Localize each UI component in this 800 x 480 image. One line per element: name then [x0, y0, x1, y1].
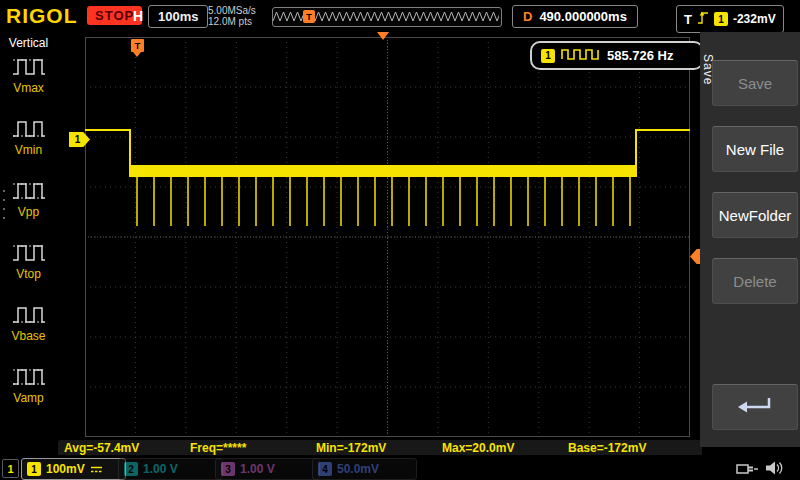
ch1-mini-indicator: 1	[2, 459, 19, 478]
left-measure-menu: Vertical Vmax Vmin Vpp Vtop Vbase	[0, 32, 57, 455]
measure-item-vmax[interactable]: Vmax	[11, 54, 47, 95]
counter-source-badge: 1	[541, 49, 555, 63]
trigger-level-value: -232mV	[733, 12, 776, 26]
measure-item-vmin[interactable]: Vmin	[11, 116, 47, 157]
back-button[interactable]	[712, 384, 798, 430]
measure-item-vamp[interactable]: Vamp	[11, 364, 47, 405]
measure-item-label: Vbase	[11, 329, 45, 343]
measure-item-label: Vamp	[13, 391, 43, 405]
channel-1-scale: 100mV	[46, 462, 85, 476]
channel-3-badge: 3	[221, 462, 235, 476]
ch1-ground-marker[interactable]: 1	[69, 132, 90, 147]
channel-status-bar: 1 1 100mV 2 1.00 V 3 1.00 V 4 50.0mV	[0, 455, 800, 480]
delay-label: D	[523, 9, 532, 24]
trigger-label: T	[684, 12, 692, 27]
measure-item-vbase[interactable]: Vbase	[11, 302, 47, 343]
dc-coupling-icon	[90, 460, 103, 478]
menu-scrollbar	[2, 190, 5, 242]
channel-4-scale: 50.0mV	[337, 462, 379, 476]
timebase-value: 100ms	[148, 5, 208, 28]
save-button[interactable]: Save	[712, 60, 798, 106]
channel-1-status[interactable]: 1 100mV	[21, 458, 126, 480]
channel-4-status[interactable]: 4 50.0mV	[312, 458, 417, 480]
channel-4-badge: 4	[318, 462, 332, 476]
vmax-icon	[11, 54, 47, 80]
measure-item-label: Vpp	[18, 205, 39, 219]
rising-edge-icon	[697, 10, 709, 29]
trigger-source-badge: 1	[714, 12, 728, 26]
memory-depth: 12.0M pts	[208, 16, 256, 27]
channel-3-scale: 1.00 V	[240, 462, 275, 476]
graticule	[85, 37, 690, 437]
vbase-icon	[11, 302, 47, 328]
measure-item-vtop[interactable]: Vtop	[11, 240, 47, 281]
new-folder-button[interactable]: NewFolder	[712, 192, 798, 238]
sample-rate: 5.00MSa/s	[208, 5, 256, 16]
measure-category-title: Vertical	[0, 36, 57, 50]
channel-3-status[interactable]: 3 1.00 V	[215, 458, 320, 480]
delete-button[interactable]: Delete	[712, 258, 798, 304]
trigger-readout: T 1 -232mV	[676, 5, 784, 33]
measurement-bar: Avg=-57.4mV Freq=***** Min=-172mV Max=20…	[0, 440, 700, 456]
measure-item-label: Vmax	[13, 81, 44, 95]
delay-readout: D 490.000000ms	[512, 5, 638, 28]
usb-device-icon	[735, 461, 759, 480]
trigger-delay-flag: T	[131, 39, 144, 52]
measure-item-label: Vmin	[15, 143, 42, 157]
new-file-button[interactable]: New File	[712, 126, 798, 172]
rigol-logo: RIGOL	[6, 4, 78, 28]
vamp-icon	[11, 364, 47, 390]
channel-1-badge: 1	[27, 462, 41, 476]
vmin-icon	[11, 116, 47, 142]
frequency-counter: 1 585.726 Hz	[530, 41, 704, 70]
waveform-display: T 1 T 1 585.726 Hz	[0, 0, 800, 480]
ch1-waveform-trace	[85, 37, 690, 437]
counter-value: 585.726 Hz	[607, 48, 674, 63]
trigger-position-indicator: T	[303, 10, 315, 23]
pulse-train-icon	[561, 47, 601, 65]
measure-item-label: Vtop	[16, 267, 41, 281]
top-status-bar: RIGOL STOP H 100ms 5.00MSa/s 12.0M pts T…	[0, 0, 800, 32]
vtop-icon	[11, 240, 47, 266]
channel-2-status[interactable]: 2 1.00 V	[118, 458, 223, 480]
horizontal-position-bar: T	[272, 7, 502, 27]
vpp-icon	[11, 178, 47, 204]
horizontal-label: H	[133, 8, 143, 24]
measure-item-vpp[interactable]: Vpp	[11, 178, 47, 219]
acquisition-info: 5.00MSa/s 12.0M pts	[208, 5, 256, 27]
channel-2-scale: 1.00 V	[143, 462, 178, 476]
trigger-position-triangle	[377, 32, 389, 40]
oscilloscope-screen: RIGOL STOP H 100ms 5.00MSa/s 12.0M pts T…	[0, 0, 800, 480]
right-softkey-menu: Save Save New File NewFolder Delete	[700, 32, 800, 447]
delay-value: 490.000000ms	[539, 9, 626, 24]
speaker-icon[interactable]	[764, 459, 784, 480]
measure-item-list: Vmax Vmin Vpp Vtop Vbase Vamp	[0, 54, 57, 450]
return-arrow-icon	[733, 394, 777, 421]
channel-2-badge: 2	[124, 462, 138, 476]
